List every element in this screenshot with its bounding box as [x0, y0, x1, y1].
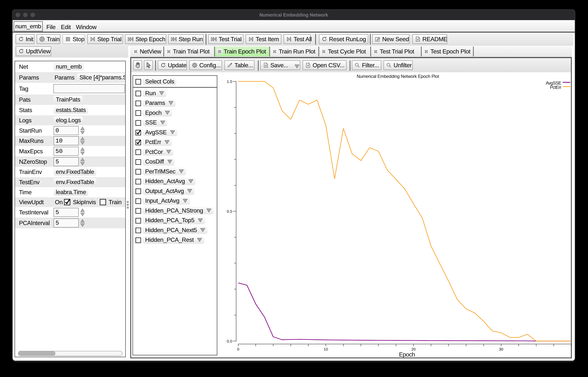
svg-text:0.0: 0.0 — [227, 339, 232, 343]
svg-text:1.0: 1.0 — [227, 79, 232, 84]
svg-text:0: 0 — [237, 347, 239, 351]
svg-text:Numerical Embedding Network Ep: Numerical Embedding Network Epoch Plot — [357, 74, 439, 79]
svg-text:0.5: 0.5 — [227, 209, 232, 213]
svg-text:Epoch: Epoch — [399, 351, 415, 358]
svg-text:PctErr: PctErr — [550, 85, 561, 90]
svg-text:10: 10 — [324, 347, 328, 351]
svg-text:20: 20 — [411, 347, 415, 351]
svg-text:30: 30 — [499, 347, 503, 351]
